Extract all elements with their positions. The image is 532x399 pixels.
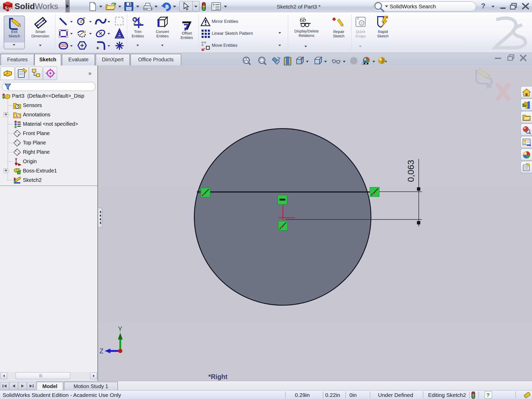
svg-text:W: W — [8, 7, 12, 11]
svg-text:Z: Z — [99, 347, 103, 355]
svg-text:0,063: 0,063 — [406, 160, 416, 182]
svg-text:Y: Y — [118, 325, 122, 332]
svg-text:A: A — [16, 114, 18, 118]
svg-text:S: S — [5, 6, 8, 10]
svg-text:6b: 6b — [300, 16, 306, 23]
